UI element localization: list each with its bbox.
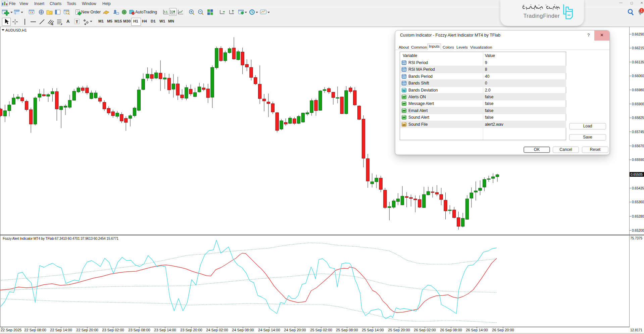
svg-text:AUDUSD,H1: AUDUSD,H1 [5, 28, 27, 32]
svg-text:12.8171: 12.8171 [630, 328, 643, 332]
svg-text:123: 123 [402, 69, 406, 71]
svg-text:E: E [52, 23, 54, 25]
svg-text:0.65505: 0.65505 [631, 173, 643, 176]
svg-text:F: F [61, 23, 62, 25]
svg-text:1: 1 [641, 9, 643, 12]
svg-text:23 Sep 14:00: 23 Sep 14:00 [154, 328, 176, 332]
svg-text:0.65280: 0.65280 [632, 215, 644, 218]
svg-text:0.65435: 0.65435 [632, 186, 644, 190]
svg-text:24 Sep 14:00: 24 Sep 14:00 [258, 328, 280, 332]
svg-text:24 Sep 02:00: 24 Sep 02:00 [206, 328, 228, 332]
svg-text:ab: ab [402, 123, 405, 126]
svg-text:23 Sep 08:00: 23 Sep 08:00 [128, 328, 150, 332]
svg-text:25 Sep 02:00: 25 Sep 02:00 [310, 328, 332, 332]
svg-text:0.66215: 0.66215 [632, 46, 644, 50]
svg-text:22 Sep 08:00: 22 Sep 08:00 [24, 328, 46, 332]
svg-text:123: 123 [402, 62, 406, 64]
svg-text:22 Sep 2025: 22 Sep 2025 [1, 328, 21, 332]
svg-text:123: 123 [402, 82, 406, 85]
svg-text:½: ½ [403, 89, 405, 92]
svg-text:123: 123 [402, 75, 406, 78]
svg-text:Fozzy Alert Indicator MT4 by T: Fozzy Alert Indicator MT4 by TFlab 67.34… [3, 237, 119, 240]
svg-text:0.65590: 0.65590 [632, 158, 644, 162]
svg-text:25 Sep 14:00: 25 Sep 14:00 [362, 328, 384, 332]
svg-text:23 Sep 20:00: 23 Sep 20:00 [180, 328, 202, 332]
svg-text:26 Sep 08:00: 26 Sep 08:00 [440, 328, 462, 332]
svg-text:23 Sep 02:00: 23 Sep 02:00 [102, 328, 124, 332]
svg-text:0.65745: 0.65745 [632, 130, 644, 134]
svg-text:26 Sep 20:00: 26 Sep 20:00 [492, 328, 514, 332]
svg-text:0.65980: 0.65980 [632, 88, 644, 92]
svg-text:26 Sep 02:00: 26 Sep 02:00 [414, 328, 436, 332]
svg-text:T: T [76, 20, 78, 24]
svg-text:25 Sep 08:00: 25 Sep 08:00 [336, 328, 358, 332]
svg-text:0.66060: 0.66060 [632, 74, 644, 78]
svg-text:24 Sep 08:00: 24 Sep 08:00 [232, 328, 254, 332]
svg-text:0.65900: 0.65900 [632, 102, 644, 106]
svg-text:22 Sep 20:00: 22 Sep 20:00 [76, 328, 98, 332]
svg-text:75.7375: 75.7375 [630, 236, 643, 240]
svg-text:0.65670: 0.65670 [632, 144, 644, 148]
svg-text:0.66135: 0.66135 [632, 60, 644, 64]
svg-text:24 Sep 20:00: 24 Sep 20:00 [284, 328, 306, 332]
svg-text:0.65360: 0.65360 [632, 200, 644, 204]
svg-text:26 Sep 14:00: 26 Sep 14:00 [466, 328, 488, 332]
svg-text:25 Sep 20:00: 25 Sep 20:00 [388, 328, 410, 332]
svg-text:0.66290: 0.66290 [632, 33, 644, 36]
svg-text:0.65200: 0.65200 [632, 229, 644, 232]
svg-text:0.65825: 0.65825 [632, 116, 644, 120]
svg-text:22 Sep 14:00: 22 Sep 14:00 [50, 328, 72, 332]
